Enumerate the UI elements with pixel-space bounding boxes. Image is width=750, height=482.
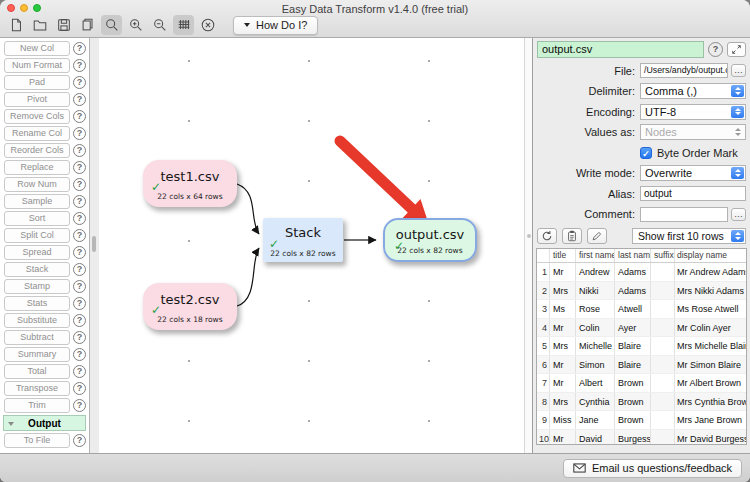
table-cell: Mr [550,356,576,374]
sidebar-item-replace[interactable]: Replace [4,160,70,175]
help-icon[interactable]: ? [73,297,86,310]
help-icon[interactable]: ? [73,110,86,123]
table-cell: Rose [576,300,615,318]
help-icon[interactable]: ? [73,331,86,344]
byte-order-mark-checkbox[interactable]: ✓ [640,147,652,159]
file-path-field[interactable]: /Users/andyb/output.csv [640,63,728,78]
refresh-button[interactable] [537,228,557,244]
sidebar-item-stack[interactable]: Stack [4,262,70,277]
edit-button[interactable] [587,228,607,244]
sidebar-item-total[interactable]: Total [4,364,70,379]
help-icon[interactable]: ? [73,93,86,106]
help-icon[interactable]: ? [708,42,723,57]
help-icon[interactable]: ? [73,314,86,327]
expand-panel-button[interactable] [727,42,746,57]
help-icon[interactable]: ? [73,382,86,395]
sidebar-row: Reorder Cols? [0,143,89,158]
sidebar-item-num-format[interactable]: Num Format [4,58,70,73]
help-icon[interactable]: ? [73,161,86,174]
help-icon[interactable]: ? [73,229,86,242]
help-icon[interactable]: ? [73,434,86,447]
table-row[interactable]: 9MissJaneBrownMrs Jane Brown [537,411,746,430]
sidebar-item-summary[interactable]: Summary [4,347,70,362]
copy-results-button[interactable] [562,228,582,244]
node-name-field[interactable]: output.csv [537,41,704,58]
zoom-in-icon[interactable] [125,15,146,35]
table-row[interactable]: 8MrsCynthiaBrownMrs Cynthia Brown [537,393,746,412]
new-file-icon[interactable] [5,15,26,35]
sidebar-item-new-col[interactable]: New Col [4,41,70,56]
sidebar-item-trim[interactable]: Trim [4,398,70,413]
node-test2-csv[interactable]: ✓ test2.csv 22 cols x 18 rows [143,283,237,330]
how-do-i-button[interactable]: How Do I? [233,16,318,35]
table-row[interactable]: 2MrsNikkiAdamsMrs Nikki Adams [537,282,746,301]
table-row[interactable]: 3MsRoseAtwellMs Rose Atwell [537,300,746,319]
sidebar-item-row-num[interactable]: Row Num [4,177,70,192]
output-section-label: Output [4,418,85,429]
node-output-csv-selected[interactable]: ✓ output.csv 22 cols x 82 rows [383,218,477,262]
delimiter-dropdown[interactable]: Comma (,) [640,83,746,99]
sidebar-item-sample[interactable]: Sample [4,194,70,209]
save-icon[interactable] [53,15,74,35]
close-window-button[interactable] [7,4,15,12]
sidebar-item-transpose[interactable]: Transpose [4,381,70,396]
help-icon[interactable]: ? [73,127,86,140]
close-icon[interactable] [197,15,218,35]
sidebar-scrollbar-thumb[interactable] [92,236,96,252]
help-icon[interactable]: ? [73,365,86,378]
sidebar-item-substitute[interactable]: Substitute [4,313,70,328]
zoom-window-button[interactable] [33,4,41,12]
table-row[interactable]: 10MrDavidBurgessMr David Burgess [537,430,746,446]
help-icon[interactable]: ? [73,399,86,412]
table-row[interactable]: 7MrAlbertBrownMr Albert Brown [537,374,746,393]
table-row[interactable]: 5MrsMichelleBlaireMrs Michelle Blaire [537,337,746,356]
comment-more-button[interactable]: … [731,208,746,221]
search-icon[interactable] [101,15,122,35]
canvas-scrollbar-thumb[interactable] [527,234,531,238]
duplicate-icon[interactable] [77,15,98,35]
help-icon[interactable]: ? [73,42,86,55]
help-icon[interactable]: ? [73,263,86,276]
node-test1-csv[interactable]: ✓ test1.csv 22 cols x 64 rows [143,160,237,207]
grid-icon[interactable] [173,15,194,35]
sidebar-item-subtract[interactable]: Subtract [4,330,70,345]
help-icon[interactable]: ? [73,212,86,225]
help-icon[interactable]: ? [73,59,86,72]
table-cell: Mr [550,430,576,446]
table-row[interactable]: 4MrColinAyerMr Colin Ayer [537,319,746,338]
alias-field[interactable]: output [640,186,746,201]
sidebar-item-pad[interactable]: Pad [4,75,70,90]
output-section-header[interactable]: Output [3,415,86,431]
node-stack[interactable]: ✓ Stack 22 cols x 82 rows [263,218,343,262]
sidebar-item-rename-col[interactable]: Rename Col [4,126,70,141]
zoom-out-icon[interactable] [149,15,170,35]
help-icon[interactable]: ? [73,178,86,191]
minimize-window-button[interactable] [20,4,28,12]
sidebar-item-remove-cols[interactable]: Remove Cols [4,109,70,124]
help-icon[interactable]: ? [73,280,86,293]
sidebar-item-stats[interactable]: Stats [4,296,70,311]
help-icon[interactable]: ? [73,76,86,89]
show-rows-dropdown[interactable]: Show first 10 rows [632,228,746,244]
help-icon[interactable]: ? [73,348,86,361]
table-row[interactable]: 1MrAndrewAdamsMr Andrew Adams [537,263,746,282]
sidebar-item-pivot[interactable]: Pivot [4,92,70,107]
help-icon[interactable]: ? [73,144,86,157]
workflow-canvas[interactable]: ✓ test1.csv 22 cols x 64 rows ✓ test2.cs… [99,38,524,453]
help-icon[interactable]: ? [73,246,86,259]
browse-file-button[interactable]: … [731,64,746,77]
write-mode-dropdown[interactable]: Overwrite [640,165,746,181]
sidebar-item-stamp[interactable]: Stamp [4,279,70,294]
table-row[interactable]: 6MrSimonBlaireMr Simon Blaire [537,356,746,375]
sidebar-item-split-col[interactable]: Split Col [4,228,70,243]
open-folder-icon[interactable] [29,15,50,35]
comment-field[interactable] [640,207,728,222]
sidebar-row: Trim? [0,398,89,413]
sidebar-item-spread[interactable]: Spread [4,245,70,260]
sidebar-item-reorder-cols[interactable]: Reorder Cols [4,143,70,158]
help-icon[interactable]: ? [73,195,86,208]
email-feedback-button[interactable]: Email us questions/feedback [563,459,742,478]
sidebar-item-sort[interactable]: Sort [4,211,70,226]
encoding-dropdown[interactable]: UTF-8 [640,104,746,120]
sidebar-item-to-file[interactable]: To File [4,433,70,448]
